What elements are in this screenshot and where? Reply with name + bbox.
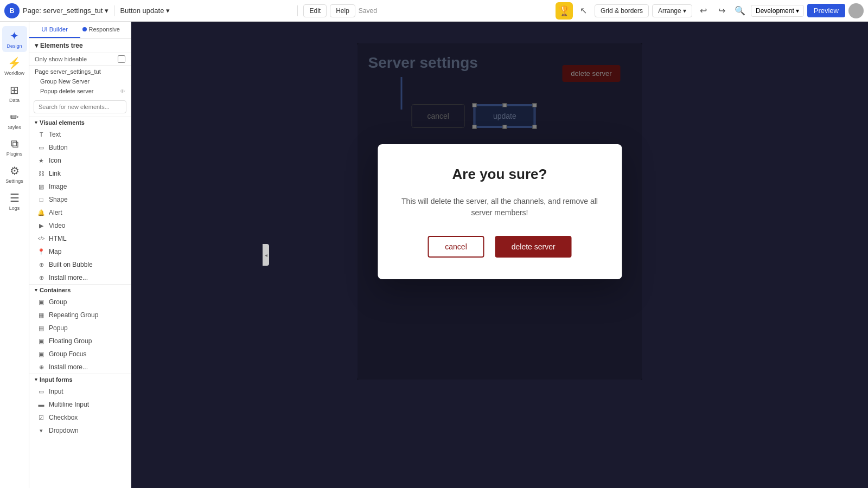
- arrange-button[interactable]: Arrange ▾: [652, 4, 692, 17]
- elem-map[interactable]: 📍 Map: [29, 245, 131, 258]
- group-icon: ▣: [37, 298, 46, 306]
- main-area: ✦ Design ⚡ Workflow ⊞ Data ✏ Styles ⧉ Pl…: [0, 22, 868, 488]
- tab-responsive[interactable]: Responsive: [80, 22, 131, 38]
- elem-image[interactable]: ▨ Image: [29, 180, 131, 193]
- elem-input[interactable]: ▭ Input: [29, 385, 131, 398]
- visual-elements-header[interactable]: ▾ Visual elements: [29, 117, 131, 128]
- confirmation-modal: Are you sure? This will delete the serve…: [378, 144, 622, 279]
- elem-group[interactable]: ▣ Group: [29, 296, 131, 309]
- only-show-label: Only show hideable: [35, 56, 87, 62]
- nav-settings[interactable]: ⚙ Settings: [2, 161, 27, 187]
- workflow-selector[interactable]: Button update ▾: [120, 7, 292, 15]
- logo[interactable]: B: [4, 3, 20, 18]
- workflow-icon: ⚡: [8, 56, 21, 69]
- elem-icon[interactable]: ★ Icon: [29, 154, 131, 167]
- elem-group-focus[interactable]: ▣ Group Focus: [29, 348, 131, 361]
- modal-buttons: cancel delete server: [399, 236, 600, 258]
- help-button[interactable]: Help: [330, 4, 355, 17]
- icon-nav: ✦ Design ⚡ Workflow ⊞ Data ✏ Styles ⧉ Pl…: [0, 22, 29, 488]
- built-on-bubble-icon: ⊕: [37, 260, 46, 269]
- workflow-label: Button update: [120, 7, 164, 15]
- tree-item-group-new-server[interactable]: Group New Server: [29, 76, 131, 86]
- floating-group-icon: ▣: [37, 337, 46, 345]
- install-more-2-icon: ⊕: [37, 363, 46, 371]
- redo-icon[interactable]: ↪: [714, 3, 729, 18]
- alert-icon: 🔔: [37, 208, 46, 217]
- install-more-1-icon: ⊕: [37, 273, 46, 282]
- elem-html[interactable]: </> HTML: [29, 232, 131, 245]
- styles-icon: ✏: [10, 111, 19, 124]
- dev-chevron-icon: ▾: [796, 7, 799, 15]
- elements-tree-title: Elements tree: [40, 42, 83, 49]
- tab-ui-builder[interactable]: UI Builder: [29, 22, 80, 38]
- dev-mode-selector[interactable]: Development ▾: [751, 5, 804, 17]
- design-icon: ✦: [10, 29, 19, 42]
- elem-popup[interactable]: ▤ Popup: [29, 322, 131, 335]
- workflow-chevron-icon: ▾: [166, 7, 170, 15]
- tree-item-popup-delete-server[interactable]: Popup delete server 👁: [29, 86, 131, 96]
- elem-text[interactable]: T Text: [29, 128, 131, 141]
- modal-delete-button[interactable]: delete server: [495, 236, 572, 258]
- cursor-icon[interactable]: ↖: [576, 3, 591, 18]
- preview-button[interactable]: Preview: [807, 4, 845, 17]
- undo-icon[interactable]: ↩: [695, 3, 711, 18]
- nav-styles[interactable]: ✏ Styles: [2, 107, 27, 133]
- collapse-arrow-icon: ◂: [265, 252, 267, 258]
- saved-status: Saved: [359, 7, 377, 15]
- panel-collapse-handle[interactable]: ◂: [263, 244, 269, 266]
- tree-items: Page server_settings_tut Group New Serve…: [29, 66, 131, 97]
- elem-video[interactable]: ▶ Video: [29, 219, 131, 232]
- nav-workflow[interactable]: ⚡ Workflow: [2, 53, 27, 79]
- grid-borders-button[interactable]: Grid & borders: [595, 4, 649, 17]
- input-forms-arrow-icon: ▾: [35, 377, 37, 382]
- data-icon: ⊞: [10, 84, 19, 97]
- elem-built-on-bubble[interactable]: ⊕ Built on Bubble: [29, 258, 131, 271]
- avatar[interactable]: [848, 3, 864, 18]
- page-selector[interactable]: Page: server_settings_tut ▾: [23, 7, 108, 15]
- search-icon[interactable]: 🔍: [732, 3, 748, 18]
- only-show-row: Only show hideable: [29, 53, 131, 66]
- bubble-icon[interactable]: 🏆: [556, 2, 573, 20]
- elem-shape[interactable]: □ Shape: [29, 193, 131, 206]
- nav-logs[interactable]: ☰ Logs: [2, 188, 27, 214]
- edit-button[interactable]: Edit: [303, 4, 327, 17]
- tree-item-page[interactable]: Page server_settings_tut: [29, 67, 131, 76]
- html-icon: </>: [37, 234, 46, 243]
- nav-data[interactable]: ⊞ Data: [2, 80, 27, 106]
- nav-design[interactable]: ✦ Design: [2, 26, 27, 52]
- repeating-group-icon: ▦: [37, 311, 46, 319]
- containers-header[interactable]: ▾ Containers: [29, 284, 131, 296]
- text-icon: T: [37, 130, 46, 139]
- elem-repeating-group[interactable]: ▦ Repeating Group: [29, 309, 131, 322]
- video-icon: ▶: [37, 221, 46, 230]
- elem-floating-group[interactable]: ▣ Floating Group: [29, 335, 131, 348]
- settings-icon: ⚙: [10, 164, 20, 177]
- nav-plugins[interactable]: ⧉ Plugins: [2, 134, 27, 160]
- button-icon: ▭: [37, 143, 46, 152]
- elem-alert[interactable]: 🔔 Alert: [29, 206, 131, 219]
- tree-chevron-icon: ▾: [35, 42, 38, 49]
- elem-checkbox[interactable]: ☑ Checkbox: [29, 411, 131, 424]
- elem-dropdown[interactable]: ▾ Dropdown: [29, 424, 131, 437]
- elem-link[interactable]: ⛓ Link: [29, 167, 131, 180]
- elem-install-more-2[interactable]: ⊕ Install more...: [29, 361, 131, 374]
- search-input[interactable]: [34, 100, 126, 113]
- containers-arrow-icon: ▾: [35, 287, 37, 293]
- elements-panel: UI Builder Responsive ▾ Elements tree On…: [29, 22, 131, 488]
- plugins-icon: ⧉: [11, 138, 18, 150]
- elem-multiline-input[interactable]: ▬ Multiline Input: [29, 398, 131, 411]
- image-icon: ▨: [37, 182, 46, 191]
- modal-body-text: This will delete the server, all the cha…: [399, 196, 600, 219]
- map-icon: 📍: [37, 247, 46, 256]
- elem-button[interactable]: ▭ Button: [29, 141, 131, 154]
- topbar: B Page: server_settings_tut ▾ Button upd…: [0, 0, 868, 22]
- logs-icon: ☰: [10, 191, 20, 204]
- modal-cancel-button[interactable]: cancel: [427, 236, 484, 258]
- visibility-icon: 👁: [120, 88, 125, 94]
- separator-1: [114, 5, 114, 16]
- elem-install-more-1[interactable]: ⊕ Install more...: [29, 271, 131, 284]
- only-show-checkbox[interactable]: [118, 55, 125, 63]
- input-forms-header[interactable]: ▾ Input forms: [29, 374, 131, 385]
- elements-list: ▾ Visual elements T Text ▭ Button ★ Icon…: [29, 117, 131, 488]
- responsive-dot: [82, 27, 87, 31]
